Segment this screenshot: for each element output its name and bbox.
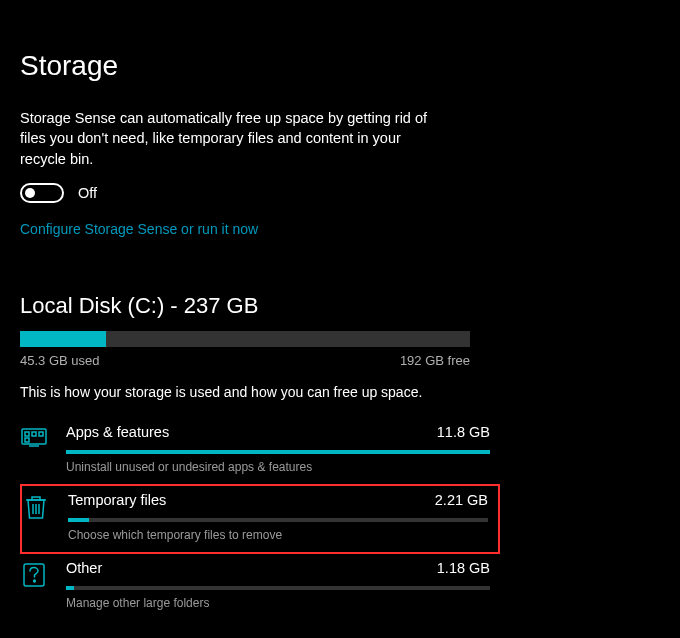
svg-point-11 [34,580,36,582]
category-name: Temporary files [68,492,166,508]
category-bar-fill [68,518,89,522]
category-body: Other1.18 GBManage other large folders [66,560,500,610]
category-size: 11.8 GB [437,424,490,440]
category-hint: Manage other large folders [66,596,490,610]
category-bar-fill [66,586,74,590]
trash-icon [22,492,50,542]
svg-rect-1 [25,432,29,436]
category-hint: Choose which temporary files to remove [68,528,488,542]
category-apps-features[interactable]: Apps & features11.8 GBUninstall unused o… [20,418,500,484]
disk-usage-bar-fill [20,331,106,347]
category-other[interactable]: Other1.18 GBManage other large folders [20,554,500,620]
category-bar [66,450,490,454]
svg-rect-3 [39,432,43,436]
disk-stats: 45.3 GB used 192 GB free [20,353,470,368]
category-name: Apps & features [66,424,169,440]
usage-hint: This is how your storage is used and how… [20,384,660,400]
toggle-knob [25,188,35,198]
configure-storage-sense-link[interactable]: Configure Storage Sense or run it now [20,221,660,237]
storage-sense-toggle-row: Off [20,183,660,203]
apps-icon [20,424,48,474]
toggle-state-label: Off [78,185,97,201]
page-title: Storage [20,50,660,82]
storage-sense-toggle[interactable] [20,183,64,203]
category-size: 2.21 GB [435,492,488,508]
category-hint: Uninstall unused or undesired apps & fea… [66,460,490,474]
category-size: 1.18 GB [437,560,490,576]
category-bar [66,586,490,590]
svg-rect-4 [25,438,29,442]
disk-usage-bar [20,331,470,347]
disk-header: Local Disk (C:) - 237 GB [20,293,660,319]
category-bar [68,518,488,522]
category-body: Apps & features11.8 GBUninstall unused o… [66,424,500,474]
svg-rect-2 [32,432,36,436]
question-icon [20,560,48,610]
disk-used-label: 45.3 GB used [20,353,100,368]
category-temporary-files[interactable]: Temporary files2.21 GBChoose which tempo… [20,484,500,554]
disk-free-label: 192 GB free [400,353,470,368]
category-name: Other [66,560,102,576]
storage-sense-description: Storage Sense can automatically free up … [20,108,450,169]
category-body: Temporary files2.21 GBChoose which tempo… [68,492,498,542]
category-bar-fill [66,450,490,454]
